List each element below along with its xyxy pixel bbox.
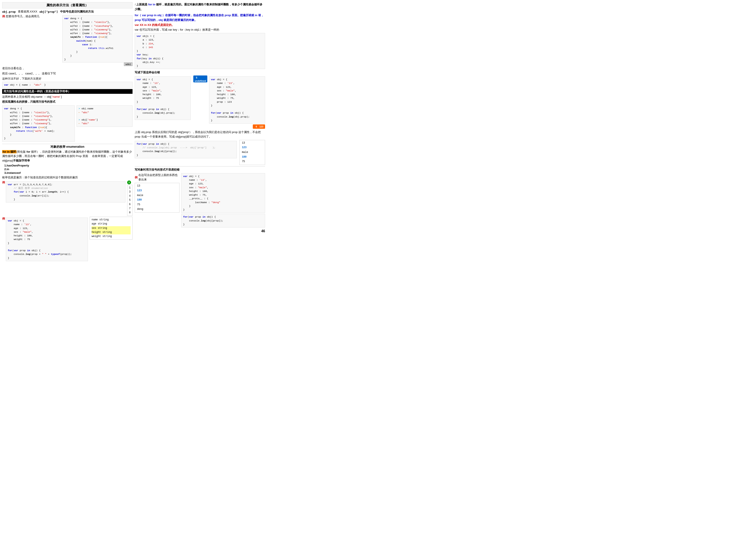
prop-out-male: male [242, 150, 263, 155]
example1-line: 例 想要传序号几，就会调用几 [2, 14, 61, 18]
code-for-proto: for(var prop in obj) { console.log(obj[p… [181, 214, 265, 228]
text3: 然后 case1。。。 case2。。。 连着往下写 [2, 71, 133, 76]
arr-out-7: 8 [129, 211, 131, 215]
subtitle1: 用方括号来访问属性也是一样的（里面必须是字符串） [2, 89, 133, 94]
out-age-string: age string [92, 222, 131, 226]
code3-left-code: var deng = { wife1 : {name : "xiaoliu"},… [2, 105, 75, 141]
prop-code-block: for(var prop in obj) { // console.log(ob… [135, 140, 265, 165]
left-panel: 属性的表示方法（查看属性） obj.prop 查看就用.XXXX obj["pr… [2, 2, 133, 262]
item-instanceof: 3.instanceof [4, 171, 133, 175]
example1-text: 想要传序号几，就会调用几 [6, 15, 40, 18]
arr-out-5: 6 [129, 203, 131, 207]
code-obj-err: var obj = { name : '13', age : 123, sex … [135, 76, 191, 120]
arr-out-1: 1 [129, 186, 131, 190]
for-var-desc: for（ var prop in obj ）在循环每一圈的时候，他会把对象的属性… [135, 13, 265, 22]
enum-title: 对象的枚举 enumeration [2, 144, 133, 149]
prop-output: 13 123 male 180 75 [239, 140, 265, 165]
section-title: 属性的表示方法（查看属性） [2, 2, 133, 9]
err-left: var obj = { name : '13', age : 123, sex … [135, 75, 191, 121]
undef-badge: 5 undefined [193, 75, 207, 82]
badge5: 5 [195, 76, 199, 80]
arr-out-3: 4 [129, 194, 131, 198]
proto-out-deng: deng [137, 207, 177, 212]
example-proto-label: 例 右边写法会把原型上面的东西也拿出来 [135, 172, 179, 183]
obj-output-col: name string age string sex string height… [90, 217, 133, 239]
code2-block: var obj = { name : "abc" } [2, 82, 133, 88]
item-in: 2.in [4, 168, 133, 171]
example1-label: 例 [2, 15, 5, 18]
arr-code-row: 例 var arr = [1,3,3,4,5,6,7,8,9]; // 遍历 枚… [2, 181, 125, 203]
proto-out-male: male [137, 193, 177, 198]
prop-output-col: 13 123 male 180 75 [239, 140, 265, 165]
code1-block: var deng = { wife1 : {name : "xiaoliu"},… [62, 14, 133, 66]
proto-out-180: 180 [137, 198, 177, 203]
arr-out-2: 3 [129, 190, 131, 194]
bracket-desc-label: 中括号也是访问属性的方法 [60, 10, 94, 14]
page-container: 属性的表示方法（查看属性） obj.prop 查看就用.XXXX obj["pr… [2, 2, 265, 262]
error-cols: var obj = { name : '13', age : 123, sex … [135, 75, 265, 129]
obj-code-row: 例 var obj = { name : '13', age : 123, se… [2, 217, 88, 262]
prop-out-180: 180 [242, 155, 263, 159]
proto-title: 写对象时用方括号的形式不容易犯错 [135, 168, 265, 172]
prop-out-13: 13 [242, 141, 263, 146]
view-xxxx-label: 查看就用.XXXX [18, 10, 37, 14]
right-comment1: //上面就是 for in 循环，就是遍历用的。通过对象的属性个数来控制循环圈数… [135, 2, 265, 12]
arr-code-col: 例 var arr = [1,3,3,4,5,6,7,8,9]; // 遍历 枚… [2, 181, 125, 203]
right-panel: //上面就是 for in 循环，就是遍历用的。通过对象的属性个数来控制循环圈数… [135, 2, 265, 262]
code3-right: > obj.name ← "abc" > obj['name'] ← "abc" [76, 104, 133, 127]
prop-out-123: 123 [242, 145, 263, 150]
arr-output: 1 3 4 5 6 7 8 [127, 185, 133, 216]
err-middle: 5 undefined [192, 75, 207, 84]
page-number: 46 [135, 228, 265, 233]
for-in-highlight: for in 循环 [2, 150, 16, 153]
prop-code-col: for(var prop in obj) { // console.log(ob… [135, 140, 237, 159]
obj-prop-label: obj.prop [2, 10, 16, 14]
example1-left: 例 想要传序号几，就会调用几 [2, 14, 61, 19]
wife1-badge: wife1 [124, 63, 133, 66]
code3-left: var deng = { wife1 : {name : "xiaoliu"},… [2, 104, 75, 142]
proto-block: 例 右边写法会把原型上面的东西也拿出来 13 123 male 180 75 d… [135, 172, 265, 228]
code-for-prop: for(var prop in obj) { // console.log(ob… [135, 141, 237, 158]
explain-text: 上面 obj.prop 系统以后我们写的是 obj['prop'），系统会以为我… [135, 130, 265, 139]
arr-out-4: 5 [129, 198, 131, 202]
example1-block: 例 想要传序号几，就会调用几 var deng = { wife1 : {nam… [2, 14, 133, 66]
example2-label: 例 [2, 181, 5, 184]
proto-out-13: 13 [137, 184, 177, 188]
var-xx-text: var XX in XX 的格式是固定的。 [135, 23, 265, 27]
text-var: var 也可以写在外面，写成 var key；for（key in obj1）效… [135, 28, 265, 32]
code1: var deng = { wife1 : {name : "xiaoliu"},… [62, 15, 133, 63]
err-right: var obj = { name : '13', age : 123, sex … [209, 75, 265, 129]
proto-right: var obj = { name : '13', age : 123, sex … [181, 172, 265, 228]
subtitle2: 想实现属性名的拼接，只能用方括号的形式 [2, 100, 133, 104]
code5: var obj = { name : '13', age : 123, sex … [6, 217, 88, 261]
return-note: wife1 [62, 63, 133, 66]
example3-label: 例 [2, 217, 5, 221]
code3-right-code: > obj.name ← "abc" > obj['name'] ← "abc" [76, 105, 133, 127]
out-height-string: height string [92, 230, 131, 235]
proto-out-75: 75 [137, 203, 177, 207]
badge3-row: 3 [127, 181, 131, 184]
prop-header-row: obj.prop 查看就用.XXXX obj["prop"] 中括号也是访问属性… [2, 10, 133, 14]
prop-out-75: 75 [242, 159, 263, 164]
arr-output-col: 3 1 3 4 5 6 7 8 [127, 181, 133, 216]
badge6: 6 [255, 125, 258, 128]
code-obj1: var obj1 = { a : 123, b : 234, c : 345 }… [135, 33, 265, 69]
proto-output: 13 123 male 180 75 deng [135, 183, 179, 212]
for-in-desc: for in 循环(简化版 for 循环），目的是便利对象，通过对象属性的个数来… [2, 150, 133, 163]
arr-out-6: 7 [129, 207, 131, 211]
text2: 老旧办法看右边， [2, 66, 133, 71]
text5: 这两种基本上完全相同 obj.name → obj[ 'name' ] [2, 95, 133, 99]
code3-block: var deng = { wife1 : {name : "xiaoliu"},… [2, 104, 133, 142]
badge123: 6 123 [253, 125, 265, 129]
text4: 这种方法不好，下面的方法更好 [2, 76, 133, 81]
instanceof-desc: 枚举也就是遍历：挨个知道信息的过程就叫这个数据组的遍历 [2, 175, 133, 180]
out-weight-string: weight string [92, 235, 131, 239]
proto-text: 右边写法会把原型上面的东西也拿出来 [138, 173, 179, 182]
badge123-row: 6 123 [209, 125, 265, 129]
code4: var arr = [1,3,3,4,5,6,7,8,9]; // 遍历 枚举 … [6, 181, 125, 203]
error-title: 写成下面这样会出错 [135, 70, 265, 75]
out-name-string: name string [92, 218, 131, 222]
out-sex-string: sex string [92, 226, 131, 230]
string-output: name string age string sex string height… [90, 217, 133, 239]
code-obj-proto: var obj = { name : '13', age : 123, sex … [181, 173, 265, 213]
